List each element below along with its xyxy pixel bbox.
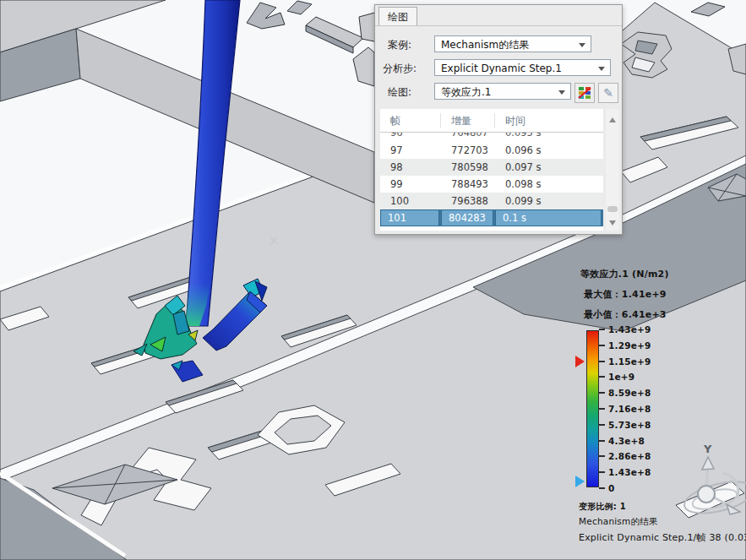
legend-tick: 1.43e+8 <box>599 467 651 477</box>
tick-label: 2.86e+8 <box>608 451 651 461</box>
cell-increment[interactable]: 796388 <box>441 193 495 209</box>
frame-table-rows: 977727030.096 s987805980.097 s997884930.… <box>380 142 603 226</box>
table-row[interactable]: 1007963880.099 s <box>380 193 603 209</box>
step-value: Explicit Dynamic Step.1 <box>441 63 562 74</box>
legend-ticks: 1.43e+91.29e+91.15e+91e+98.59e+87.16e+85… <box>599 324 651 493</box>
cell-time[interactable]: 0.098 s <box>495 176 603 193</box>
tab-divider <box>375 25 622 26</box>
table-row[interactable]: 987805980.097 s <box>380 159 603 176</box>
plot-dialog: 绘图 案例: Mechanism的结果 分析步: Explicit Dynami… <box>374 4 623 235</box>
cell-increment[interactable]: 780598 <box>441 159 495 176</box>
legend-title: 等效应力.1 (N/m2) <box>580 268 669 280</box>
legend-tick: 2.86e+8 <box>599 451 651 461</box>
chevron-down-icon <box>598 67 605 71</box>
tick-mark <box>599 424 605 426</box>
cell-increment[interactable]: 804283 <box>441 209 493 226</box>
tick-label: 1.43e+9 <box>608 324 651 334</box>
cell-increment[interactable]: 788493 <box>441 176 495 193</box>
tick-mark <box>599 440 605 442</box>
tick-mark <box>599 345 605 346</box>
table-row-clipped[interactable]: 96 764807 0.095 s <box>380 133 603 142</box>
edit-pencil-icon: ✎ <box>603 86 613 100</box>
legend-colorbar <box>586 330 599 487</box>
cell-frame[interactable]: 97 <box>380 142 441 159</box>
tick-label: 7.16e+8 <box>608 404 651 414</box>
cell-time[interactable]: 0.1 s <box>495 209 602 226</box>
tick-mark <box>599 329 605 330</box>
legend-tick: 5.73e+8 <box>599 420 651 430</box>
edit-plot-button[interactable]: ✎ <box>598 83 618 103</box>
legend-tick: 1e+9 <box>599 372 651 382</box>
header-time[interactable]: 时间 <box>495 113 603 128</box>
tick-label: 4.3e+8 <box>608 436 645 446</box>
legend-tick: 8.59e+8 <box>599 388 651 398</box>
cell-increment[interactable]: 772703 <box>441 142 495 159</box>
scrollbar-thumb[interactable] <box>607 206 618 212</box>
chevron-down-icon <box>558 90 565 95</box>
cell-frame[interactable]: 99 <box>380 176 441 193</box>
table-row[interactable]: 997884930.098 s <box>380 176 603 193</box>
legend-tick: 4.3e+8 <box>599 436 651 446</box>
cell-increment: 764807 <box>441 133 495 141</box>
frame-table: 帧 增量 时间 96 764807 0.095 s 977727030.096 … <box>380 109 603 231</box>
cell-time[interactable]: 0.096 s <box>495 142 603 159</box>
watermark-cross: × <box>269 233 280 248</box>
legend-max-marker <box>575 356 585 367</box>
tick-label: 5.73e+8 <box>608 420 651 430</box>
cell-time[interactable]: 0.099 s <box>495 193 603 209</box>
legend-min-marker <box>575 476 585 487</box>
legend-tick: 0 <box>599 483 651 493</box>
plot-dropdown[interactable]: 等效应力.1 <box>434 83 571 100</box>
cell-frame: 96 <box>380 133 441 141</box>
legend-tick: 7.16e+8 <box>599 404 651 414</box>
legend-max: 最大值：1.41e+9 <box>584 288 667 301</box>
tick-label: 1e+9 <box>608 372 634 382</box>
cell-time: 0.095 s <box>495 133 603 141</box>
header-increment[interactable]: 增量 <box>441 113 495 128</box>
legend-min-label: 最小值： <box>584 309 622 320</box>
cell-frame[interactable]: 100 <box>380 193 441 209</box>
tick-mark <box>599 376 605 378</box>
legend-tick: 1.43e+9 <box>599 324 651 334</box>
tick-label: 1.43e+8 <box>608 467 651 477</box>
tick-label: 1.29e+9 <box>608 340 651 351</box>
tick-label: 8.59e+8 <box>608 388 651 398</box>
contour-off-icon <box>578 86 591 100</box>
step-label: 分析步: <box>383 60 417 77</box>
header-frame[interactable]: 帧 <box>380 113 441 128</box>
legend-max-value: 1.41e+9 <box>622 289 667 300</box>
legend-min-value: 6.41e+3 <box>622 309 667 320</box>
legend-max-label: 最大值： <box>584 289 622 300</box>
contour-off-button[interactable] <box>574 83 595 103</box>
frame-table-header: 帧 增量 时间 <box>380 109 603 133</box>
tab-plot[interactable]: 绘图 <box>378 7 417 26</box>
cell-frame[interactable]: 98 <box>380 159 441 176</box>
step-frame-label: Explicit Dynamic Step.1/帧 38 (0.037 s) <box>579 531 746 544</box>
legend-tick: 1.29e+9 <box>599 340 651 351</box>
tick-mark <box>599 392 605 394</box>
legend-min: 最小值：6.41e+3 <box>584 308 667 321</box>
step-dropdown[interactable]: Explicit Dynamic Step.1 <box>434 59 611 76</box>
case-dropdown[interactable]: Mechanism的结果 <box>434 35 591 52</box>
triad-hub <box>698 486 715 503</box>
table-scrollbar[interactable] <box>606 109 619 231</box>
legend-tick: 1.15e+9 <box>599 356 651 367</box>
table-row[interactable]: 1018042830.1 s <box>380 209 603 226</box>
chevron-down-icon <box>579 43 585 47</box>
case-value: Mechanism的结果 <box>441 39 529 51</box>
triad-y-label: Y <box>704 443 711 455</box>
plot-label: 绘图: <box>388 84 411 101</box>
tick-label: 0 <box>608 483 615 493</box>
table-row[interactable]: 977727030.096 s <box>380 142 603 159</box>
tick-mark <box>599 408 605 410</box>
result-name-label: Mechanism的结果 <box>579 516 658 528</box>
tick-mark <box>599 487 605 489</box>
scroll-up-icon[interactable] <box>609 117 616 122</box>
app-window: { "panel": { "tab_label": "绘图", "fields"… <box>0 0 746 560</box>
scroll-down-icon[interactable] <box>609 220 616 226</box>
tick-mark <box>599 455 605 457</box>
cell-time[interactable]: 0.097 s <box>495 159 603 176</box>
cell-frame[interactable]: 101 <box>380 209 439 226</box>
deformation-scale-label: 变形比例: 1 <box>579 501 626 513</box>
plot-value: 等效应力.1 <box>441 86 491 98</box>
